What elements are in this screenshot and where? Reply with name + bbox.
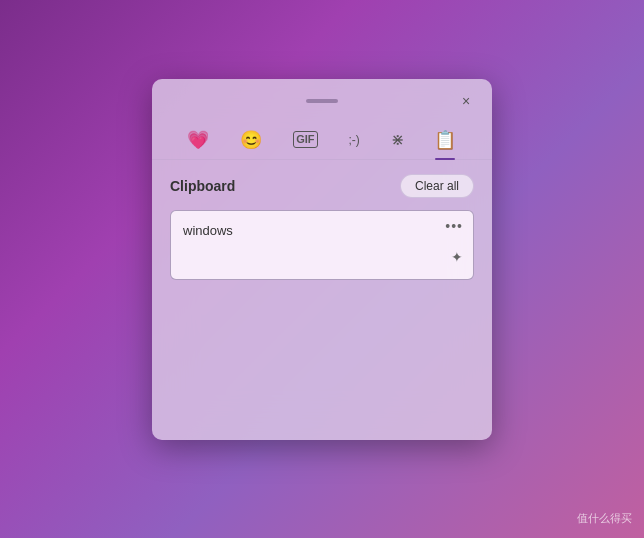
clipboard-item[interactable]: windows ••• ✦ bbox=[170, 210, 474, 280]
tab-kaomoji[interactable]: ;-) bbox=[340, 129, 367, 151]
title-bar: × bbox=[152, 79, 492, 119]
clipboard-item-text: windows bbox=[183, 223, 233, 238]
clipboard-content: Clipboard Clear all windows ••• ✦ bbox=[152, 160, 492, 440]
close-button[interactable]: × bbox=[454, 89, 478, 113]
kaomoji-icon: ;-) bbox=[348, 133, 359, 147]
watermark: 值什么得买 bbox=[577, 511, 632, 526]
close-icon: × bbox=[462, 93, 470, 109]
pin-button[interactable]: ✦ bbox=[451, 249, 463, 265]
recent-emoji-icon: 💗 bbox=[187, 129, 209, 151]
clipboard-window: × 💗 😊 GIF ;-) ⋇ 📋 Clipboard Clear all wi… bbox=[152, 79, 492, 440]
tab-gif[interactable]: GIF bbox=[285, 127, 325, 152]
tab-smiley-emoji[interactable]: 😊 bbox=[232, 125, 270, 155]
more-options-button[interactable]: ••• bbox=[445, 219, 463, 233]
item-actions: ••• ✦ bbox=[445, 219, 463, 265]
clipboard-section-title: Clipboard bbox=[170, 178, 235, 194]
drag-handle[interactable] bbox=[306, 99, 338, 103]
tab-symbols[interactable]: ⋇ bbox=[383, 126, 412, 153]
symbols-icon: ⋇ bbox=[391, 130, 404, 149]
clear-all-button[interactable]: Clear all bbox=[400, 174, 474, 198]
clipboard-section-header: Clipboard Clear all bbox=[170, 174, 474, 198]
tab-recent-emoji[interactable]: 💗 bbox=[179, 125, 217, 155]
tab-bar: 💗 😊 GIF ;-) ⋇ 📋 bbox=[152, 119, 492, 160]
gif-icon: GIF bbox=[293, 131, 317, 148]
smiley-icon: 😊 bbox=[240, 129, 262, 151]
clipboard-icon: 📋 bbox=[434, 129, 456, 151]
tab-clipboard[interactable]: 📋 bbox=[426, 125, 464, 155]
